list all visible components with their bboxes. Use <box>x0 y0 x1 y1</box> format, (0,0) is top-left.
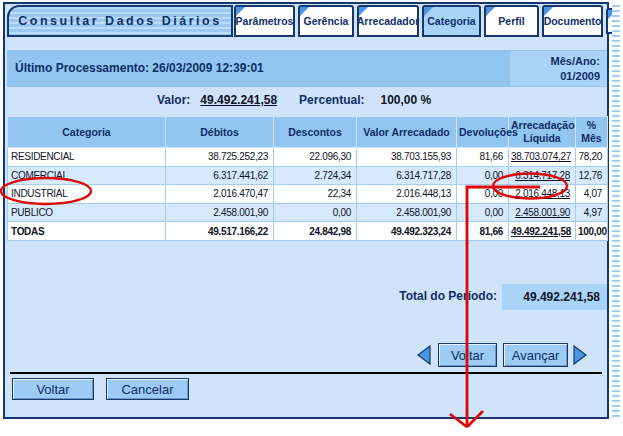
tab-bar: Parâmetros Gerência Arrecadador Categori… <box>234 5 612 41</box>
table-row: PUBLICO 2.458.001,90 0,00 2.458.001,90 0… <box>8 203 608 222</box>
arrecadacao-liquida-link[interactable]: 2.016.448,13 <box>515 188 570 199</box>
tab-parametros[interactable]: Parâmetros <box>234 5 295 37</box>
cell-debitos: 38.725.252,23 <box>166 148 274 167</box>
cell-arrecadacao-liquida: 49.492.241,58 <box>509 222 576 241</box>
cell-categoria: PUBLICO <box>8 203 166 222</box>
cell-debitos: 2.458.001,90 <box>166 203 274 222</box>
tab-fold-icon <box>544 7 553 16</box>
table-row-totals: TODAS 49.517.166,22 24.842,98 49.492.323… <box>8 222 608 241</box>
cell-devolucoes: 0,00 <box>457 203 509 222</box>
page-title: Consultar Dados Diários <box>18 14 221 28</box>
col-header-descontos: Descontos <box>274 117 357 148</box>
pager-avancar-button[interactable]: Avançar <box>503 343 568 367</box>
month-year-value: 01/2009 <box>510 69 600 84</box>
total-period-label: Total do Período: <box>399 289 497 303</box>
cell-pct-mes: 78,20 <box>576 148 608 167</box>
cell-descontos: 0,00 <box>274 203 357 222</box>
page-previous-icon[interactable] <box>416 344 432 366</box>
cell-devolucoes: 0,00 <box>457 166 509 185</box>
tab-fold-icon <box>424 7 433 16</box>
arrecadacao-liquida-link[interactable]: 2.458.001,90 <box>515 207 570 218</box>
cell-descontos: 2.724,34 <box>274 166 357 185</box>
cell-arrecadacao-liquida: 38.703.074,27 <box>509 148 576 167</box>
right-edge-decoration <box>612 5 620 417</box>
cell-pct-mes: 12,76 <box>576 166 608 185</box>
cell-debitos: 49.517.166,22 <box>166 222 274 241</box>
tab-perfil[interactable]: Perfil <box>484 5 539 37</box>
tab-categoria[interactable]: Categoria <box>422 5 481 37</box>
cell-categoria: COMERCIAL <box>8 166 166 185</box>
cell-arrecadacao-liquida: 6.314.717,28 <box>509 166 576 185</box>
cell-valor-arrecadado: 6.314.717,28 <box>357 166 457 185</box>
tab-fold-icon <box>486 7 495 16</box>
page: Consultar Dados Diários Parâmetros Gerên… <box>0 0 623 436</box>
percentual-label: Percentual: <box>299 93 364 107</box>
tab-documento[interactable]: Documento <box>542 5 603 37</box>
table-header-row: Categoria Débitos Descontos Valor Arreca… <box>8 117 608 148</box>
col-header-debitos: Débitos <box>166 117 274 148</box>
cell-categoria: INDUSTRIAL <box>8 185 166 204</box>
cell-debitos: 2.016.470,47 <box>166 185 274 204</box>
pager-voltar-button[interactable]: Voltar <box>438 343 497 367</box>
col-header-arrecadacao-liquida: Arrecadação Líquida <box>509 117 576 148</box>
cell-categoria: TODAS <box>8 222 166 241</box>
arrecadacao-liquida-link[interactable]: 6.314.717,28 <box>515 170 570 181</box>
window-title-bar: Consultar Dados Diários <box>7 5 233 37</box>
arrecadacao-liquida-link[interactable]: 49.492.241,58 <box>511 226 571 237</box>
tab-fold-icon <box>359 7 368 16</box>
cancelar-button[interactable]: Cancelar <box>106 378 189 400</box>
valor-label: Valor: <box>157 93 190 107</box>
page-next-icon[interactable] <box>572 344 588 366</box>
cell-devolucoes: 81,66 <box>457 148 509 167</box>
table-row: COMERCIAL 6.317.441,62 2.724,34 6.314.71… <box>8 166 608 185</box>
cell-arrecadacao-liquida: 2.016.448,13 <box>509 185 576 204</box>
processing-band: Último Processamento: 26/03/2009 12:39:0… <box>7 50 607 87</box>
tab-arrecadador[interactable]: Arrecadador <box>357 5 419 37</box>
tab-fold-icon <box>300 7 309 16</box>
col-header-devolucoes: Devoluções <box>457 117 509 148</box>
table-row: RESIDENCIAL 38.725.252,23 22.096,30 38.7… <box>8 148 608 167</box>
cell-debitos: 6.317.441,62 <box>166 166 274 185</box>
voltar-button[interactable]: Voltar <box>12 378 94 400</box>
cell-pct-mes: 100,00 <box>576 222 608 241</box>
arrecadacao-liquida-link[interactable]: 38.703.074,27 <box>511 151 571 162</box>
cell-categoria: RESIDENCIAL <box>8 148 166 167</box>
cell-descontos: 22.096,30 <box>274 148 357 167</box>
percentual-value: 100,00 % <box>380 93 431 107</box>
cell-devolucoes: 0,00 <box>457 185 509 204</box>
tab-partial[interactable] <box>606 8 612 34</box>
valor-percentual-row: Valor: 49.492.241,58 Percentual: 100,00 … <box>7 87 607 113</box>
cell-valor-arrecadado: 38.703.155,93 <box>357 148 457 167</box>
cell-pct-mes: 4,97 <box>576 203 608 222</box>
col-header-pct-mes: % Mês <box>576 117 608 148</box>
cell-devolucoes: 81,66 <box>457 222 509 241</box>
table-row: INDUSTRIAL 2.016.470,47 22,34 2.016.448,… <box>8 185 608 204</box>
cell-descontos: 22,34 <box>274 185 357 204</box>
cell-valor-arrecadado: 2.016.448,13 <box>357 185 457 204</box>
cell-descontos: 24.842,98 <box>274 222 357 241</box>
tab-fold-icon <box>608 10 612 19</box>
col-header-valor-arrecadado: Valor Arrecadado <box>357 117 457 148</box>
cell-pct-mes: 4,07 <box>576 185 608 204</box>
col-header-categoria: Categoria <box>8 117 166 148</box>
cell-valor-arrecadado: 2.458.001,90 <box>357 203 457 222</box>
categories-table: Categoria Débitos Descontos Valor Arreca… <box>7 116 608 241</box>
valor-value-link[interactable]: 49.492.241,58 <box>200 93 277 107</box>
footer-separator <box>10 372 602 374</box>
month-year-label: Mês/Ano: <box>510 54 600 69</box>
total-period-value: 49.492.241,58 <box>502 284 607 310</box>
last-processing-text: Último Processamento: 26/03/2009 12:39:0… <box>15 50 264 87</box>
tab-gerencia[interactable]: Gerência <box>298 5 354 37</box>
month-year-box: Mês/Ano: 01/2009 <box>510 51 607 86</box>
tab-fold-icon <box>236 7 245 16</box>
cell-valor-arrecadado: 49.492.323,24 <box>357 222 457 241</box>
cell-arrecadacao-liquida: 2.458.001,90 <box>509 203 576 222</box>
